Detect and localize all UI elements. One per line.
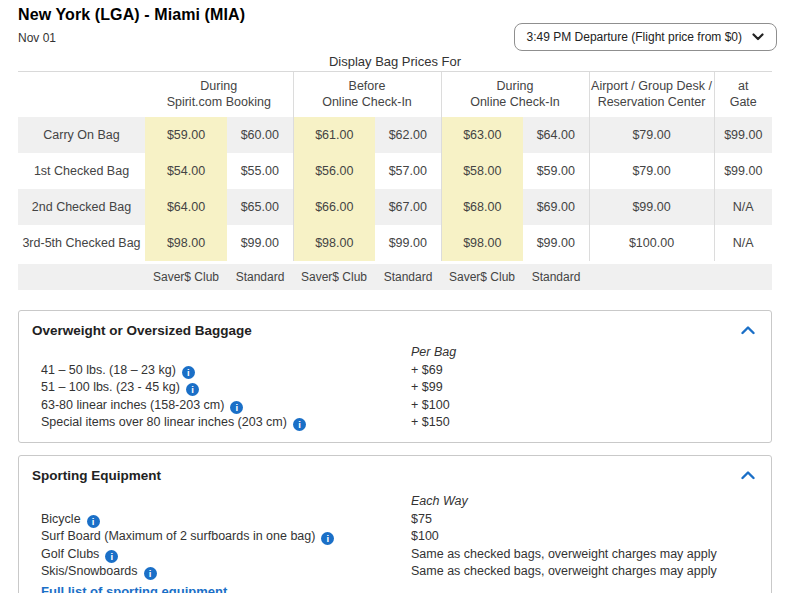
fee-value: + $99 xyxy=(411,379,771,397)
fee-row: 51 – 100 lbs. (23 - 45 kg)i + $99 xyxy=(19,379,771,397)
col-header-line: Before xyxy=(349,79,386,93)
price-cell: $57.00 xyxy=(375,153,441,189)
fee-row: 41 – 50 lbs. (18 – 23 kg)i + $69 xyxy=(19,362,771,380)
info-icon[interactable]: i xyxy=(182,366,195,379)
price-cell: $79.00 xyxy=(589,117,714,153)
fee-value: + $100 xyxy=(411,397,771,415)
header-spacer xyxy=(18,72,145,117)
fee-row: Bicyclei $75 xyxy=(19,511,771,529)
price-cell: $58.00 xyxy=(441,153,523,189)
chevron-up-icon[interactable] xyxy=(741,326,755,335)
fee-value: Same as checked bags, overweight charges… xyxy=(411,546,771,564)
fee-label: Bicycle xyxy=(41,512,81,526)
fee-value: $75 xyxy=(411,511,771,529)
info-icon[interactable]: i xyxy=(230,401,243,414)
fee-label: Skis/Snowboards xyxy=(41,564,138,578)
col-header-gate: at Gate xyxy=(714,72,772,117)
table-row: 3rd-5th Checked Bag $98.00 $99.00 $98.00… xyxy=(18,225,772,261)
plan-label: Standard xyxy=(375,264,441,290)
value-header-row: Each Way xyxy=(19,493,771,511)
price-cell: $66.00 xyxy=(293,189,375,225)
footer-spacer xyxy=(714,264,772,290)
col-header-line: Gate xyxy=(730,95,757,109)
price-cell: $99.00 xyxy=(375,225,441,261)
fee-label: 63-80 linear inches (158-203 cm) xyxy=(41,398,224,412)
price-cell: $56.00 xyxy=(293,153,375,189)
col-header-line: Spirit.com Booking xyxy=(167,95,271,109)
info-icon[interactable]: i xyxy=(105,550,118,563)
bag-type-label: 2nd Checked Bag xyxy=(18,189,145,225)
fee-row: 63-80 linear inches (158-203 cm)i + $100 xyxy=(19,397,771,415)
value-header-row: Per Bag xyxy=(19,344,771,362)
price-cell: $67.00 xyxy=(375,189,441,225)
col-header-line: During xyxy=(200,79,237,93)
col-header-line: Online Check-In xyxy=(470,95,560,109)
fee-label: 41 – 50 lbs. (18 – 23 kg) xyxy=(41,363,176,377)
info-icon[interactable]: i xyxy=(144,567,157,580)
table-header-row: During Spirit.com Booking Before Online … xyxy=(18,72,772,117)
price-cell: $98.00 xyxy=(293,225,375,261)
price-cell: $99.00 xyxy=(523,225,589,261)
col-header-line: Airport / Group Desk / xyxy=(591,79,712,93)
price-cell: N/A xyxy=(714,189,772,225)
info-icon[interactable]: i xyxy=(186,383,199,396)
price-cell: N/A xyxy=(714,225,772,261)
info-icon[interactable]: i xyxy=(321,532,334,545)
bag-type-label: Carry On Bag xyxy=(18,117,145,153)
table-row: Carry On Bag $59.00 $60.00 $61.00 $62.00… xyxy=(18,117,772,153)
fee-row: Skis/Snowboardsi Same as checked bags, o… xyxy=(19,563,771,581)
fee-row: Special items over 80 linear inches (203… xyxy=(19,414,771,432)
section-header[interactable]: Overweight or Oversized Baggage xyxy=(19,311,771,338)
price-cell: $62.00 xyxy=(375,117,441,153)
fee-label: Golf Clubs xyxy=(41,547,99,561)
section-title: Overweight or Oversized Baggage xyxy=(32,323,252,338)
overweight-baggage-section: Overweight or Oversized Baggage Per Bag … xyxy=(18,310,772,443)
col-header-line: Reservation Center xyxy=(598,95,706,109)
fee-value: $100 xyxy=(411,528,771,546)
col-header-line: Online Check-In xyxy=(322,95,412,109)
bag-type-label: 3rd-5th Checked Bag xyxy=(18,225,145,261)
plan-label: Standard xyxy=(523,264,589,290)
plan-label: Saver$ Club xyxy=(441,264,523,290)
sporting-equipment-section: Sporting Equipment Each Way Bicyclei $75… xyxy=(18,455,772,593)
section-title: Sporting Equipment xyxy=(32,468,161,483)
table-caption: Display Bag Prices For xyxy=(18,54,772,69)
price-cell: $69.00 xyxy=(523,189,589,225)
price-cell: $98.00 xyxy=(441,225,523,261)
plan-label: Saver$ Club xyxy=(145,264,227,290)
bag-price-table: During Spirit.com Booking Before Online … xyxy=(18,71,772,290)
full-sporting-list-link[interactable]: Full list of sporting equipment xyxy=(41,583,227,593)
flight-date: Nov 01 xyxy=(18,31,56,45)
value-header: Each Way xyxy=(411,493,771,511)
col-header-during-booking: During Spirit.com Booking xyxy=(145,72,293,117)
flight-select-dropdown[interactable]: 3:49 PM Departure (Flight price from $0) xyxy=(514,23,777,51)
chevron-down-icon xyxy=(752,33,764,41)
price-cell: $100.00 xyxy=(589,225,714,261)
fee-row: Golf Clubsi Same as checked bags, overwe… xyxy=(19,546,771,564)
footer-spacer xyxy=(18,264,145,290)
col-header-line: at xyxy=(738,79,748,93)
chevron-up-icon[interactable] xyxy=(741,471,755,480)
fee-value: Same as checked bags, overweight charges… xyxy=(411,563,771,581)
fee-label: Special items over 80 linear inches (203… xyxy=(41,415,287,429)
fee-label: 51 – 100 lbs. (23 - 45 kg) xyxy=(41,380,180,394)
price-cell: $59.00 xyxy=(523,153,589,189)
price-cell: $99.00 xyxy=(227,225,293,261)
price-cell: $54.00 xyxy=(145,153,227,189)
fee-label: Surf Board (Maximum of 2 surfboards in o… xyxy=(41,529,315,543)
info-icon[interactable]: i xyxy=(87,515,100,528)
price-cell: $98.00 xyxy=(145,225,227,261)
col-header-during-checkin: During Online Check-In xyxy=(441,72,589,117)
col-header-airport: Airport / Group Desk / Reservation Cente… xyxy=(589,72,714,117)
plan-label-row: Saver$ Club Standard Saver$ Club Standar… xyxy=(18,264,772,290)
info-icon[interactable]: i xyxy=(293,418,306,431)
table-row: 1st Checked Bag $54.00 $55.00 $56.00 $57… xyxy=(18,153,772,189)
price-cell: $55.00 xyxy=(227,153,293,189)
section-header[interactable]: Sporting Equipment xyxy=(19,456,771,483)
price-cell: $99.00 xyxy=(714,153,772,189)
plan-label: Standard xyxy=(227,264,293,290)
fee-value: + $150 xyxy=(411,414,771,432)
col-header-before-checkin: Before Online Check-In xyxy=(293,72,441,117)
price-cell: $99.00 xyxy=(589,189,714,225)
price-cell: $79.00 xyxy=(589,153,714,189)
